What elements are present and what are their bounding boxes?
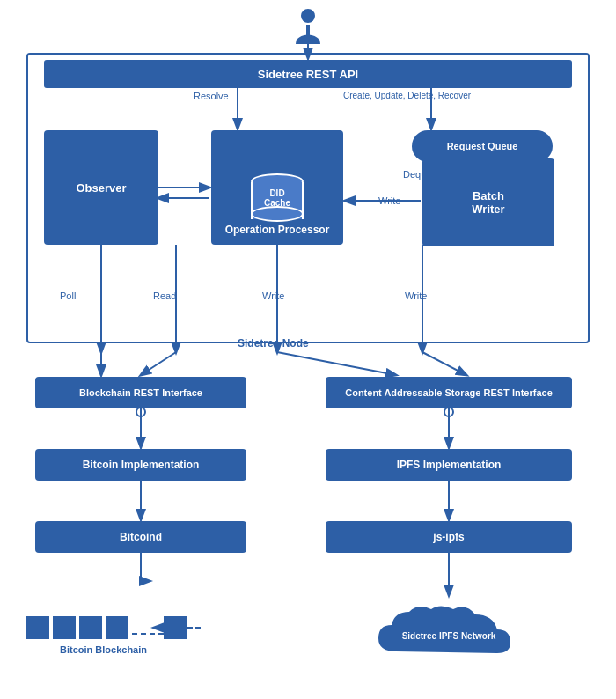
blockchain-rest-box: Blockchain REST Interface: [35, 377, 246, 408]
ipfs-impl-label: IPFS Implementation: [397, 459, 502, 471]
batch-writer-box: BatchWriter: [422, 158, 554, 246]
bitcoin-impl-label: Bitcoin Implementation: [83, 459, 200, 471]
write-label-3: Write: [405, 291, 427, 301]
bitcoind-box: Bitcoind: [35, 521, 246, 553]
block-5: [164, 616, 187, 639]
did-cache-icon: DIDCache: [251, 173, 304, 222]
svg-line-25: [277, 352, 396, 375]
op-processor-box: DIDCache Operation Processor: [211, 130, 343, 245]
jsipfs-box: js-ipfs: [326, 521, 572, 553]
svg-point-27: [301, 9, 315, 23]
cas-rest-box: Content Addressable Storage REST Interfa…: [326, 377, 572, 408]
batch-writer-label: BatchWriter: [472, 189, 504, 216]
svg-line-26: [422, 352, 466, 375]
sidetree-node-label: Sidetree Node: [238, 337, 309, 350]
svg-line-24: [141, 352, 176, 375]
dashed-gap: [132, 633, 164, 635]
request-queue-oval: Request Queue: [412, 130, 553, 162]
ipfs-impl-box: IPFS Implementation: [326, 449, 572, 481]
read-label: Read: [153, 291, 176, 301]
block-1: [26, 616, 49, 639]
write-label-1: Write: [378, 195, 400, 206]
svg-point-15: [444, 408, 453, 416]
poll-label: Poll: [60, 291, 76, 301]
bitcoin-blockchain-label: Bitcoin Blockchain: [60, 644, 147, 655]
svg-point-12: [136, 408, 145, 416]
ipfs-cloud: Sidetree IPFS Network: [361, 599, 537, 669]
did-cache-label: DIDCache: [264, 188, 290, 208]
svg-text:Sidetree IPFS Network: Sidetree IPFS Network: [402, 631, 496, 641]
blockchain-blocks: [26, 616, 190, 639]
cas-rest-label: Content Addressable Storage REST Interfa…: [345, 387, 553, 398]
svg-rect-28: [306, 25, 310, 44]
bitcoin-impl-box: Bitcoin Implementation: [35, 449, 246, 481]
observer-label: Observer: [76, 181, 126, 195]
person-icon: [290, 7, 326, 53]
bitcoind-label: Bitcoind: [120, 531, 162, 543]
request-queue-label: Request Queue: [447, 141, 518, 151]
observer-box: Observer: [44, 130, 158, 245]
block-2: [53, 616, 76, 639]
block-4: [106, 616, 128, 639]
block-3: [79, 616, 102, 639]
blockchain-rest-label: Blockchain REST Interface: [79, 387, 202, 398]
architecture-diagram: Sidetree REST API Resolve Create, Update…: [0, 0, 616, 699]
op-processor-label: Operation Processor: [225, 224, 330, 236]
jsipfs-label: js-ipfs: [433, 531, 464, 543]
write-label-2: Write: [262, 291, 284, 301]
